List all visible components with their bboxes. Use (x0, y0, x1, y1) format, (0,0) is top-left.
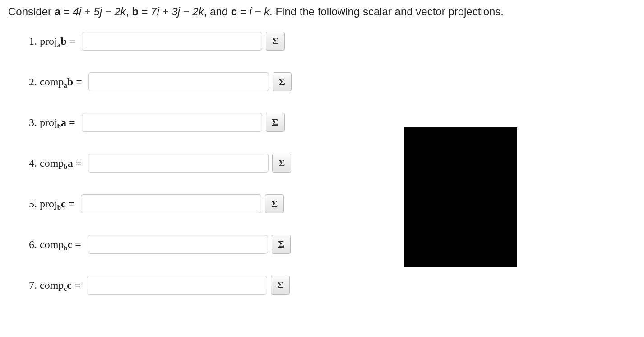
prompt-suffix: . Find the following scalar and vector p… (269, 5, 504, 18)
sigma-icon: Σ (278, 157, 285, 169)
equation-editor-button[interactable]: Σ (273, 72, 292, 91)
question-label: 1. projab = (29, 35, 75, 47)
sigma-icon: Σ (272, 35, 278, 47)
answer-input-5[interactable] (81, 194, 261, 213)
question-list: 1. projab = Σ 2. compab = Σ 3. projba = … (8, 31, 636, 295)
question-label: 6. compbc = (29, 239, 81, 251)
prompt-prefix: Consider (8, 5, 55, 18)
vector-c-rhs: i − k (249, 5, 269, 18)
redacted-region (404, 127, 517, 267)
question-label: 4. compba = (29, 157, 82, 169)
vector-c-lhs: c (231, 5, 237, 18)
equation-editor-button[interactable]: Σ (265, 194, 284, 213)
question-label: 7. compcc = (29, 279, 80, 291)
vector-a-lhs: a (55, 5, 60, 18)
answer-input-3[interactable] (82, 113, 262, 132)
sigma-icon: Σ (278, 239, 284, 250)
sigma-icon: Σ (277, 279, 283, 291)
question-label: 3. projba = (29, 117, 75, 129)
question-row: 3. projba = Σ (29, 112, 636, 133)
equation-editor-button[interactable]: Σ (266, 32, 285, 51)
question-label: 2. compab = (29, 76, 82, 88)
answer-input-2[interactable] (88, 72, 269, 91)
question-row: 7. compcc = Σ (29, 275, 636, 295)
sigma-icon: Σ (271, 198, 278, 210)
answer-input-1[interactable] (82, 32, 262, 51)
question-row: 6. compbc = Σ (29, 234, 636, 255)
vector-a-rhs: 4i + 5j − 2k (73, 5, 125, 18)
answer-input-7[interactable] (87, 276, 267, 295)
question-row: 5. projbc = Σ (29, 193, 636, 214)
equation-editor-button[interactable]: Σ (272, 154, 291, 173)
question-row: 4. compba = Σ (29, 153, 636, 173)
question-label: 5. projbc = (29, 198, 74, 210)
sigma-icon: Σ (272, 117, 278, 128)
sigma-icon: Σ (279, 76, 285, 88)
question-row: 2. compab = Σ (29, 71, 636, 92)
equation-editor-button[interactable]: Σ (272, 235, 291, 254)
equation-editor-button[interactable]: Σ (271, 276, 290, 295)
question-row: 1. projab = Σ (29, 31, 636, 51)
answer-input-6[interactable] (88, 235, 268, 254)
problem-statement: Consider a = 4i + 5j − 2k, b = 7i + 3j −… (8, 5, 636, 18)
equation-editor-button[interactable]: Σ (266, 113, 285, 132)
vector-b-rhs: 7i + 3j − 2k (151, 5, 204, 18)
vector-b-lhs: b (132, 5, 139, 18)
answer-input-4[interactable] (88, 154, 269, 173)
